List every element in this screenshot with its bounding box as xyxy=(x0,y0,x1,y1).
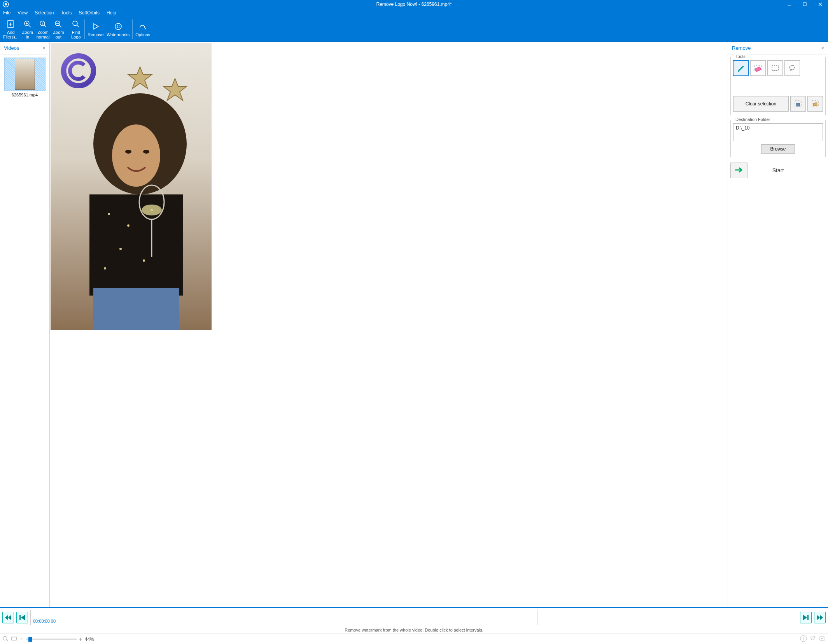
svg-line-59 xyxy=(7,640,8,641)
svg-line-17 xyxy=(60,25,61,27)
clear-row: Clear selection xyxy=(733,96,823,112)
zoom-in-button[interactable]: Zoom in xyxy=(20,18,35,41)
svg-marker-50 xyxy=(5,615,8,620)
options-button[interactable]: Options xyxy=(134,18,152,41)
menu-tools[interactable]: Tools xyxy=(61,10,72,16)
browse-button[interactable]: Browse xyxy=(761,144,795,154)
maximize-button[interactable] xyxy=(797,0,812,9)
svg-point-46 xyxy=(790,69,791,71)
save-selection-button[interactable] xyxy=(790,96,806,112)
video-thumbnail[interactable] xyxy=(4,58,46,91)
svg-rect-43 xyxy=(755,66,761,72)
zoom-value: 44% xyxy=(85,637,94,642)
facebook-icon[interactable]: f xyxy=(800,635,807,643)
svg-marker-57 xyxy=(820,615,823,620)
svg-point-19 xyxy=(73,21,77,26)
timeline-ticks xyxy=(31,610,798,625)
fast-forward-icon xyxy=(817,615,823,620)
svg-point-42 xyxy=(142,205,162,215)
start-button[interactable]: Start xyxy=(730,163,747,178)
svg-point-38 xyxy=(104,267,106,270)
zoom-in-label: Zoom in xyxy=(22,30,33,39)
load-selection-button[interactable] xyxy=(807,96,823,112)
svg-marker-21 xyxy=(94,24,98,29)
close-button[interactable] xyxy=(812,0,828,9)
toolbar-separator xyxy=(67,19,67,39)
remove-panel: Remove × Tools xyxy=(728,42,828,607)
lasso-icon xyxy=(788,63,797,73)
svg-marker-54 xyxy=(803,615,807,620)
watermarks-button[interactable]: C Watermarks xyxy=(105,18,131,41)
zoom-slider[interactable] xyxy=(26,639,77,640)
svg-text:1: 1 xyxy=(41,22,43,25)
rectangle-tool-button[interactable] xyxy=(767,60,783,76)
svg-rect-52 xyxy=(19,615,21,620)
twitter-icon[interactable] xyxy=(809,635,816,643)
zoom-normal-label: Zoom normal xyxy=(37,30,50,39)
copyright-logo-icon xyxy=(60,52,97,89)
rewind-icon xyxy=(5,615,11,620)
svg-marker-64 xyxy=(821,638,823,639)
eraser-icon xyxy=(753,63,763,73)
zoom-plus-icon[interactable]: + xyxy=(79,636,82,643)
minimize-button[interactable] xyxy=(781,0,797,9)
menu-softorbits[interactable]: SoftOrbits xyxy=(79,10,100,16)
title-bar: Remove Logo Now! - 6265961.mp4* xyxy=(0,0,828,9)
preview-area[interactable] xyxy=(50,42,728,607)
svg-rect-48 xyxy=(796,103,800,106)
remove-button[interactable]: Remove xyxy=(86,18,105,41)
clear-selection-button[interactable]: Clear selection xyxy=(733,96,789,112)
fit-icon[interactable] xyxy=(2,635,9,643)
add-files-button[interactable]: Add File(s)... xyxy=(2,18,20,41)
find-logo-button[interactable]: Find Logo xyxy=(68,18,83,41)
menu-help[interactable]: Help xyxy=(107,10,116,16)
destination-group: Destination Folder D:\_10 Browse xyxy=(730,120,826,157)
find-logo-label: Find Logo xyxy=(71,30,81,39)
video-thumbnail-label: 6265961.mp4 xyxy=(3,93,46,97)
svg-point-34 xyxy=(127,224,130,227)
remove-panel-close-icon[interactable]: × xyxy=(821,45,824,51)
timeline-forward-button[interactable] xyxy=(814,612,826,623)
zoom-normal-button[interactable]: 1 Zoom normal xyxy=(35,18,51,41)
app-window: Remove Logo Now! - 6265961.mp4* File Vie… xyxy=(0,0,828,644)
zoom-out-label: Zoom out xyxy=(53,30,64,39)
svg-point-36 xyxy=(119,248,122,250)
timeline-track[interactable]: 00:00:00 00 xyxy=(30,610,798,625)
videos-panel-header: Videos × xyxy=(0,42,49,54)
marker-icon xyxy=(736,63,746,73)
svg-rect-55 xyxy=(807,615,809,620)
zoom-out-button[interactable]: Zoom out xyxy=(51,18,66,41)
start-label: Start xyxy=(772,167,784,173)
menu-file[interactable]: File xyxy=(3,10,11,16)
timeline: 00:00:00 00 xyxy=(0,607,828,626)
timeline-rewind-button[interactable] xyxy=(2,612,14,623)
tools-group-label: Tools xyxy=(734,54,747,59)
zoom-slider-handle[interactable] xyxy=(28,637,32,642)
toolbar-separator xyxy=(84,19,85,39)
svg-rect-32 xyxy=(89,194,183,296)
svg-point-1 xyxy=(5,3,7,5)
svg-point-29 xyxy=(112,124,160,187)
video-thumbnail-image xyxy=(15,59,35,90)
menu-view[interactable]: View xyxy=(18,10,28,16)
svg-rect-60 xyxy=(12,637,16,640)
marker-tool-button[interactable] xyxy=(733,60,749,76)
zoom-minus-icon[interactable]: − xyxy=(19,635,24,643)
timeline-next-button[interactable] xyxy=(800,612,812,623)
remove-panel-header: Remove × xyxy=(728,42,828,54)
eraser-tool-button[interactable] xyxy=(750,60,766,76)
svg-line-20 xyxy=(77,25,79,27)
menu-selection[interactable]: Selection xyxy=(35,10,54,16)
tools-group: Tools Clear selection xyxy=(730,57,826,115)
videos-panel-close-icon[interactable]: × xyxy=(42,45,46,51)
timeline-prev-button[interactable] xyxy=(16,612,28,623)
svg-point-30 xyxy=(125,150,131,154)
window-title: Remove Logo Now! - 6265961.mp4* xyxy=(376,2,452,7)
actual-size-icon[interactable] xyxy=(11,635,17,643)
lasso-tool-button[interactable] xyxy=(784,60,800,76)
youtube-icon[interactable] xyxy=(819,635,826,643)
timeline-hint: Remove watermark from the whole video. D… xyxy=(0,626,828,634)
prev-frame-icon xyxy=(19,615,25,620)
next-frame-icon xyxy=(803,615,809,620)
destination-path-field[interactable]: D:\_10 xyxy=(733,123,823,141)
